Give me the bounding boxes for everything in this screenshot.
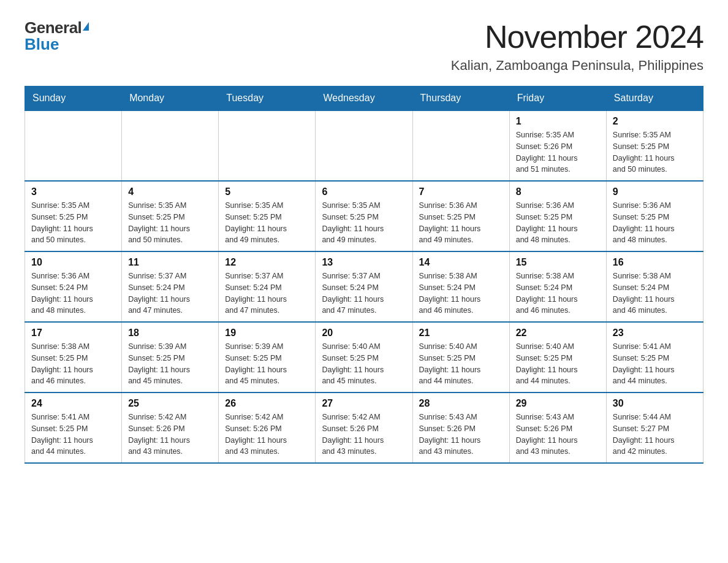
day-info: Sunrise: 5:35 AMSunset: 5:25 PMDaylight:… xyxy=(322,200,406,246)
month-title: November 2024 xyxy=(451,18,703,55)
calendar-cell: 24Sunrise: 5:41 AMSunset: 5:25 PMDayligh… xyxy=(25,393,122,463)
calendar-cell: 1Sunrise: 5:35 AMSunset: 5:26 PMDaylight… xyxy=(509,110,606,181)
day-info: Sunrise: 5:37 AMSunset: 5:24 PMDaylight:… xyxy=(225,270,309,316)
calendar-cell: 3Sunrise: 5:35 AMSunset: 5:25 PMDaylight… xyxy=(25,181,122,251)
day-info: Sunrise: 5:38 AMSunset: 5:25 PMDaylight:… xyxy=(31,341,115,387)
calendar-cell: 23Sunrise: 5:41 AMSunset: 5:25 PMDayligh… xyxy=(606,322,703,393)
calendar-cell: 12Sunrise: 5:37 AMSunset: 5:24 PMDayligh… xyxy=(219,251,316,322)
day-number: 21 xyxy=(419,327,503,339)
day-info: Sunrise: 5:42 AMSunset: 5:26 PMDaylight:… xyxy=(322,412,406,458)
day-info: Sunrise: 5:39 AMSunset: 5:25 PMDaylight:… xyxy=(225,341,309,387)
day-number: 27 xyxy=(322,398,406,409)
calendar-cell: 19Sunrise: 5:39 AMSunset: 5:25 PMDayligh… xyxy=(219,322,316,393)
day-number: 15 xyxy=(516,257,600,268)
day-number: 14 xyxy=(419,257,503,268)
calendar-cell xyxy=(412,110,509,181)
week-row-1: 1Sunrise: 5:35 AMSunset: 5:26 PMDaylight… xyxy=(25,110,703,181)
day-number: 20 xyxy=(322,327,406,339)
day-info: Sunrise: 5:39 AMSunset: 5:25 PMDaylight:… xyxy=(128,341,212,387)
calendar-cell: 11Sunrise: 5:37 AMSunset: 5:24 PMDayligh… xyxy=(122,251,219,322)
day-number: 9 xyxy=(613,186,697,197)
day-info: Sunrise: 5:36 AMSunset: 5:24 PMDaylight:… xyxy=(31,270,115,316)
day-info: Sunrise: 5:42 AMSunset: 5:26 PMDaylight:… xyxy=(128,412,212,458)
weekday-header-wednesday: Wednesday xyxy=(316,86,412,111)
calendar-cell: 17Sunrise: 5:38 AMSunset: 5:25 PMDayligh… xyxy=(25,322,122,393)
day-info: Sunrise: 5:37 AMSunset: 5:24 PMDaylight:… xyxy=(128,270,212,316)
week-row-3: 10Sunrise: 5:36 AMSunset: 5:24 PMDayligh… xyxy=(25,251,703,322)
day-info: Sunrise: 5:38 AMSunset: 5:24 PMDaylight:… xyxy=(516,270,600,316)
day-info: Sunrise: 5:35 AMSunset: 5:26 PMDaylight:… xyxy=(516,129,600,175)
day-info: Sunrise: 5:40 AMSunset: 5:25 PMDaylight:… xyxy=(419,341,503,387)
calendar-table: SundayMondayTuesdayWednesdayThursdayFrid… xyxy=(25,86,703,464)
calendar-cell: 20Sunrise: 5:40 AMSunset: 5:25 PMDayligh… xyxy=(316,322,412,393)
calendar-cell: 13Sunrise: 5:37 AMSunset: 5:24 PMDayligh… xyxy=(316,251,412,322)
calendar-cell: 29Sunrise: 5:43 AMSunset: 5:26 PMDayligh… xyxy=(509,393,606,463)
calendar-cell: 6Sunrise: 5:35 AMSunset: 5:25 PMDaylight… xyxy=(316,181,412,251)
calendar-cell: 27Sunrise: 5:42 AMSunset: 5:26 PMDayligh… xyxy=(316,393,412,463)
day-number: 24 xyxy=(31,398,115,409)
calendar-cell: 2Sunrise: 5:35 AMSunset: 5:25 PMDaylight… xyxy=(606,110,703,181)
calendar-cell: 25Sunrise: 5:42 AMSunset: 5:26 PMDayligh… xyxy=(122,393,219,463)
day-info: Sunrise: 5:35 AMSunset: 5:25 PMDaylight:… xyxy=(31,200,115,246)
day-info: Sunrise: 5:41 AMSunset: 5:25 PMDaylight:… xyxy=(31,412,115,458)
weekday-header-sunday: Sunday xyxy=(25,86,122,111)
calendar-cell: 18Sunrise: 5:39 AMSunset: 5:25 PMDayligh… xyxy=(122,322,219,393)
day-number: 1 xyxy=(516,116,600,127)
day-info: Sunrise: 5:40 AMSunset: 5:25 PMDaylight:… xyxy=(516,341,600,387)
calendar-cell: 10Sunrise: 5:36 AMSunset: 5:24 PMDayligh… xyxy=(25,251,122,322)
calendar-cell: 9Sunrise: 5:36 AMSunset: 5:25 PMDaylight… xyxy=(606,181,703,251)
calendar-cell: 28Sunrise: 5:43 AMSunset: 5:26 PMDayligh… xyxy=(412,393,509,463)
day-number: 19 xyxy=(225,327,309,339)
logo-triangle-icon xyxy=(83,22,89,31)
calendar-cell: 7Sunrise: 5:36 AMSunset: 5:25 PMDaylight… xyxy=(412,181,509,251)
day-info: Sunrise: 5:35 AMSunset: 5:25 PMDaylight:… xyxy=(128,200,212,246)
day-number: 6 xyxy=(322,186,406,197)
day-number: 2 xyxy=(613,116,697,127)
weekday-header-saturday: Saturday xyxy=(606,86,703,111)
day-info: Sunrise: 5:43 AMSunset: 5:26 PMDaylight:… xyxy=(419,412,503,458)
page-header: General Blue November 2024 Kalian, Zambo… xyxy=(25,18,703,74)
day-number: 8 xyxy=(516,186,600,197)
calendar-cell: 15Sunrise: 5:38 AMSunset: 5:24 PMDayligh… xyxy=(509,251,606,322)
logo: General Blue xyxy=(25,18,89,54)
day-number: 18 xyxy=(128,327,212,339)
day-number: 12 xyxy=(225,257,309,268)
day-info: Sunrise: 5:40 AMSunset: 5:25 PMDaylight:… xyxy=(322,341,406,387)
day-info: Sunrise: 5:42 AMSunset: 5:26 PMDaylight:… xyxy=(225,412,309,458)
calendar-cell: 8Sunrise: 5:36 AMSunset: 5:25 PMDaylight… xyxy=(509,181,606,251)
day-info: Sunrise: 5:35 AMSunset: 5:25 PMDaylight:… xyxy=(225,200,309,246)
calendar-cell: 26Sunrise: 5:42 AMSunset: 5:26 PMDayligh… xyxy=(219,393,316,463)
day-number: 16 xyxy=(613,257,697,268)
calendar-cell xyxy=(219,110,316,181)
day-number: 25 xyxy=(128,398,212,409)
calendar-cell: 4Sunrise: 5:35 AMSunset: 5:25 PMDaylight… xyxy=(122,181,219,251)
day-info: Sunrise: 5:37 AMSunset: 5:24 PMDaylight:… xyxy=(322,270,406,316)
weekday-header-row: SundayMondayTuesdayWednesdayThursdayFrid… xyxy=(25,86,703,111)
logo-blue-text: Blue xyxy=(25,35,59,54)
day-info: Sunrise: 5:43 AMSunset: 5:26 PMDaylight:… xyxy=(516,412,600,458)
calendar-cell xyxy=(316,110,412,181)
calendar-cell: 16Sunrise: 5:38 AMSunset: 5:24 PMDayligh… xyxy=(606,251,703,322)
day-info: Sunrise: 5:36 AMSunset: 5:25 PMDaylight:… xyxy=(516,200,600,246)
calendar-cell: 30Sunrise: 5:44 AMSunset: 5:27 PMDayligh… xyxy=(606,393,703,463)
day-number: 17 xyxy=(31,327,115,339)
day-info: Sunrise: 5:41 AMSunset: 5:25 PMDaylight:… xyxy=(613,341,697,387)
day-number: 26 xyxy=(225,398,309,409)
day-info: Sunrise: 5:38 AMSunset: 5:24 PMDaylight:… xyxy=(613,270,697,316)
day-number: 4 xyxy=(128,186,212,197)
day-number: 22 xyxy=(516,327,600,339)
day-number: 30 xyxy=(613,398,697,409)
weekday-header-thursday: Thursday xyxy=(412,86,509,111)
week-row-4: 17Sunrise: 5:38 AMSunset: 5:25 PMDayligh… xyxy=(25,322,703,393)
day-info: Sunrise: 5:36 AMSunset: 5:25 PMDaylight:… xyxy=(419,200,503,246)
day-number: 23 xyxy=(613,327,697,339)
week-row-2: 3Sunrise: 5:35 AMSunset: 5:25 PMDaylight… xyxy=(25,181,703,251)
day-number: 3 xyxy=(31,186,115,197)
day-number: 7 xyxy=(419,186,503,197)
weekday-header-tuesday: Tuesday xyxy=(219,86,316,111)
calendar-cell: 14Sunrise: 5:38 AMSunset: 5:24 PMDayligh… xyxy=(412,251,509,322)
weekday-header-monday: Monday xyxy=(122,86,219,111)
calendar-cell: 21Sunrise: 5:40 AMSunset: 5:25 PMDayligh… xyxy=(412,322,509,393)
location-title: Kalian, Zamboanga Peninsula, Philippines xyxy=(451,58,703,74)
title-section: November 2024 Kalian, Zamboanga Peninsul… xyxy=(451,18,703,74)
